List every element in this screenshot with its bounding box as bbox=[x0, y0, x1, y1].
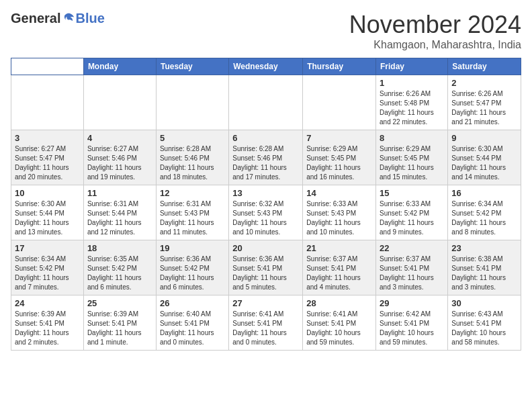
day-number: 18 bbox=[87, 243, 152, 253]
weekday-header-wednesday: Wednesday bbox=[229, 58, 303, 75]
day-info: Sunrise: 6:26 AM Sunset: 5:48 PM Dayligh… bbox=[380, 89, 444, 127]
calendar-day-cell: 30Sunrise: 6:43 AM Sunset: 5:41 PM Dayli… bbox=[448, 295, 521, 351]
day-number: 1 bbox=[380, 78, 444, 88]
calendar-day-cell: 19Sunrise: 6:36 AM Sunset: 5:42 PM Dayli… bbox=[156, 240, 228, 295]
day-info: Sunrise: 6:36 AM Sunset: 5:42 PM Dayligh… bbox=[160, 255, 225, 292]
calendar-day-cell: 6Sunrise: 6:28 AM Sunset: 5:46 PM Daylig… bbox=[229, 130, 303, 185]
day-number: 6 bbox=[232, 133, 299, 143]
weekday-header-thursday: Thursday bbox=[303, 58, 376, 75]
weekday-header-sunday: Sunday bbox=[11, 58, 84, 75]
day-number: 10 bbox=[15, 188, 80, 198]
calendar-day-cell: 22Sunrise: 6:37 AM Sunset: 5:41 PM Dayli… bbox=[376, 240, 448, 295]
calendar-day-cell: 20Sunrise: 6:36 AM Sunset: 5:41 PM Dayli… bbox=[229, 240, 303, 295]
day-number: 13 bbox=[232, 188, 299, 198]
page: General Blue November 2024 Khamgaon, Mah… bbox=[0, 0, 532, 357]
weekday-header-monday: Monday bbox=[83, 58, 156, 75]
calendar-day-cell: 16Sunrise: 6:34 AM Sunset: 5:42 PM Dayli… bbox=[448, 185, 521, 240]
day-info: Sunrise: 6:39 AM Sunset: 5:41 PM Dayligh… bbox=[87, 310, 152, 347]
day-info: Sunrise: 6:41 AM Sunset: 5:41 PM Dayligh… bbox=[306, 310, 372, 347]
day-info: Sunrise: 6:26 AM Sunset: 5:47 PM Dayligh… bbox=[451, 89, 517, 127]
calendar-day-cell: 3Sunrise: 6:27 AM Sunset: 5:47 PM Daylig… bbox=[11, 130, 84, 185]
day-info: Sunrise: 6:27 AM Sunset: 5:47 PM Dayligh… bbox=[15, 144, 80, 182]
day-info: Sunrise: 6:34 AM Sunset: 5:42 PM Dayligh… bbox=[15, 255, 80, 292]
day-number: 27 bbox=[232, 298, 299, 308]
day-number: 12 bbox=[160, 188, 225, 198]
day-info: Sunrise: 6:30 AM Sunset: 5:44 PM Dayligh… bbox=[15, 199, 80, 237]
day-number: 22 bbox=[380, 243, 444, 253]
day-info: Sunrise: 6:40 AM Sunset: 5:41 PM Dayligh… bbox=[160, 310, 225, 347]
day-info: Sunrise: 6:28 AM Sunset: 5:46 PM Dayligh… bbox=[160, 144, 225, 182]
calendar-day-cell: 12Sunrise: 6:31 AM Sunset: 5:43 PM Dayli… bbox=[156, 185, 228, 240]
logo-bird-icon bbox=[62, 12, 75, 26]
day-number: 23 bbox=[451, 243, 517, 253]
calendar-day-cell: 9Sunrise: 6:30 AM Sunset: 5:44 PM Daylig… bbox=[448, 130, 521, 185]
weekday-header-friday: Friday bbox=[376, 58, 448, 75]
day-info: Sunrise: 6:30 AM Sunset: 5:44 PM Dayligh… bbox=[451, 144, 517, 182]
day-number: 5 bbox=[160, 133, 225, 143]
day-number: 20 bbox=[232, 243, 299, 253]
calendar-day-cell: 24Sunrise: 6:39 AM Sunset: 5:41 PM Dayli… bbox=[11, 295, 84, 351]
calendar-day-cell: 15Sunrise: 6:33 AM Sunset: 5:42 PM Dayli… bbox=[376, 185, 448, 240]
calendar-week-row-4: 17Sunrise: 6:34 AM Sunset: 5:42 PM Dayli… bbox=[11, 240, 521, 295]
calendar-day-cell bbox=[303, 75, 376, 130]
day-info: Sunrise: 6:37 AM Sunset: 5:41 PM Dayligh… bbox=[306, 255, 372, 292]
day-number: 16 bbox=[451, 188, 517, 198]
calendar-day-cell bbox=[11, 75, 84, 130]
day-number: 11 bbox=[87, 188, 152, 198]
day-number: 2 bbox=[451, 78, 517, 88]
calendar-day-cell: 1Sunrise: 6:26 AM Sunset: 5:48 PM Daylig… bbox=[376, 75, 448, 130]
day-number: 8 bbox=[380, 133, 444, 143]
day-number: 4 bbox=[87, 133, 152, 143]
logo-general-text: General bbox=[11, 11, 60, 26]
calendar-day-cell bbox=[83, 75, 156, 130]
logo: General Blue bbox=[11, 11, 105, 26]
calendar-week-row-3: 10Sunrise: 6:30 AM Sunset: 5:44 PM Dayli… bbox=[11, 185, 521, 240]
calendar-week-row-2: 3Sunrise: 6:27 AM Sunset: 5:47 PM Daylig… bbox=[11, 130, 521, 185]
day-number: 14 bbox=[306, 188, 372, 198]
day-info: Sunrise: 6:35 AM Sunset: 5:42 PM Dayligh… bbox=[87, 255, 152, 292]
day-info: Sunrise: 6:29 AM Sunset: 5:45 PM Dayligh… bbox=[306, 144, 372, 182]
day-info: Sunrise: 6:31 AM Sunset: 5:43 PM Dayligh… bbox=[160, 199, 225, 237]
day-number: 17 bbox=[15, 243, 80, 253]
calendar-day-cell: 8Sunrise: 6:29 AM Sunset: 5:45 PM Daylig… bbox=[376, 130, 448, 185]
calendar-week-row-1: 1Sunrise: 6:26 AM Sunset: 5:48 PM Daylig… bbox=[11, 75, 521, 130]
logo-blue-text: Blue bbox=[75, 11, 104, 26]
calendar-day-cell: 5Sunrise: 6:28 AM Sunset: 5:46 PM Daylig… bbox=[156, 130, 228, 185]
day-number: 30 bbox=[451, 298, 517, 308]
day-number: 26 bbox=[160, 298, 225, 308]
calendar-day-cell bbox=[229, 75, 303, 130]
calendar-day-cell: 25Sunrise: 6:39 AM Sunset: 5:41 PM Dayli… bbox=[83, 295, 156, 351]
day-info: Sunrise: 6:28 AM Sunset: 5:46 PM Dayligh… bbox=[232, 144, 299, 182]
day-info: Sunrise: 6:42 AM Sunset: 5:41 PM Dayligh… bbox=[380, 310, 444, 347]
weekday-header-row: SundayMondayTuesdayWednesdayThursdayFrid… bbox=[11, 58, 521, 75]
calendar-day-cell: 4Sunrise: 6:27 AM Sunset: 5:46 PM Daylig… bbox=[83, 130, 156, 185]
calendar-day-cell: 17Sunrise: 6:34 AM Sunset: 5:42 PM Dayli… bbox=[11, 240, 84, 295]
day-info: Sunrise: 6:41 AM Sunset: 5:41 PM Dayligh… bbox=[232, 310, 299, 347]
calendar-day-cell bbox=[156, 75, 228, 130]
day-info: Sunrise: 6:34 AM Sunset: 5:42 PM Dayligh… bbox=[451, 199, 517, 237]
day-info: Sunrise: 6:29 AM Sunset: 5:45 PM Dayligh… bbox=[380, 144, 444, 182]
day-number: 19 bbox=[160, 243, 225, 253]
day-number: 3 bbox=[15, 133, 80, 143]
day-info: Sunrise: 6:39 AM Sunset: 5:41 PM Dayligh… bbox=[15, 310, 80, 347]
weekday-header-saturday: Saturday bbox=[448, 58, 521, 75]
logo-text: General Blue bbox=[11, 11, 105, 26]
day-number: 7 bbox=[306, 133, 372, 143]
day-number: 24 bbox=[15, 298, 80, 308]
day-number: 28 bbox=[306, 298, 372, 308]
calendar-day-cell: 10Sunrise: 6:30 AM Sunset: 5:44 PM Dayli… bbox=[11, 185, 84, 240]
day-info: Sunrise: 6:36 AM Sunset: 5:41 PM Dayligh… bbox=[232, 255, 299, 292]
day-info: Sunrise: 6:33 AM Sunset: 5:42 PM Dayligh… bbox=[380, 199, 444, 237]
day-number: 29 bbox=[380, 298, 444, 308]
weekday-header-tuesday: Tuesday bbox=[156, 58, 228, 75]
location: Khamgaon, Maharashtra, India bbox=[349, 39, 521, 51]
calendar-day-cell: 28Sunrise: 6:41 AM Sunset: 5:41 PM Dayli… bbox=[303, 295, 376, 351]
day-info: Sunrise: 6:37 AM Sunset: 5:41 PM Dayligh… bbox=[380, 255, 444, 292]
calendar-day-cell: 23Sunrise: 6:38 AM Sunset: 5:41 PM Dayli… bbox=[448, 240, 521, 295]
day-info: Sunrise: 6:33 AM Sunset: 5:43 PM Dayligh… bbox=[306, 199, 372, 237]
day-number: 25 bbox=[87, 298, 152, 308]
calendar-day-cell: 14Sunrise: 6:33 AM Sunset: 5:43 PM Dayli… bbox=[303, 185, 376, 240]
calendar-table: SundayMondayTuesdayWednesdayThursdayFrid… bbox=[11, 58, 521, 351]
day-number: 9 bbox=[451, 133, 517, 143]
day-number: 15 bbox=[380, 188, 444, 198]
